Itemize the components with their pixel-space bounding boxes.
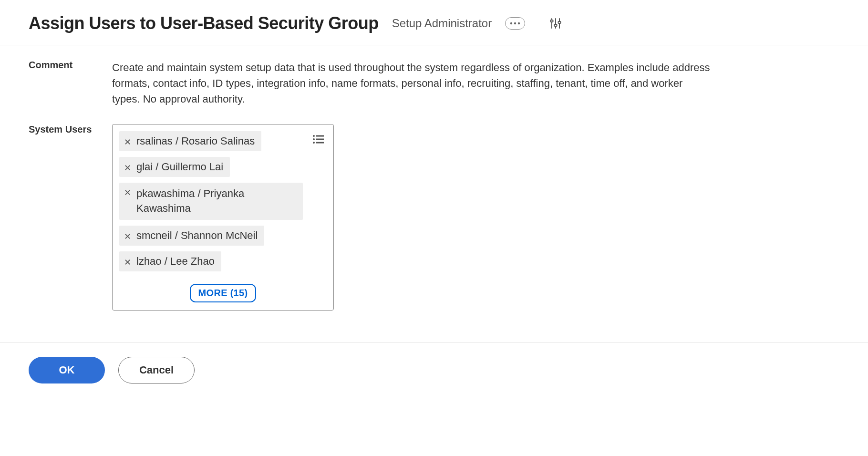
related-actions-button[interactable]: [505, 17, 525, 30]
form-body: Comment Create and maintain system setup…: [0, 45, 868, 342]
page-header: Assign Users to User-Based Security Grou…: [0, 0, 868, 45]
user-chip: ✕ glai / Guillermo Lai: [119, 157, 230, 177]
sliders-icon: [549, 17, 562, 30]
footer-actions: OK Cancel: [0, 342, 868, 398]
svg-rect-10: [316, 135, 324, 137]
comment-text: Create and maintain system setup data th…: [112, 60, 713, 107]
system-users-label: System Users: [29, 124, 112, 135]
remove-user-icon[interactable]: ✕: [124, 232, 132, 241]
remove-user-icon[interactable]: ✕: [124, 164, 132, 172]
comment-row: Comment Create and maintain system setup…: [29, 60, 839, 107]
user-chip-label: rsalinas / Rosario Salinas: [136, 135, 255, 147]
page-title: Assign Users to User-Based Security Grou…: [29, 13, 379, 33]
ok-button[interactable]: OK: [29, 357, 105, 383]
svg-rect-14: [316, 142, 324, 144]
svg-rect-6: [551, 20, 553, 22]
system-users-row: System Users ✕ rsalinas / R: [29, 124, 839, 311]
svg-point-11: [313, 138, 315, 140]
svg-point-9: [313, 135, 315, 137]
system-users-input[interactable]: ✕ rsalinas / Rosario Salinas ✕ glai / Gu…: [112, 124, 334, 311]
user-chips: ✕ rsalinas / Rosario Salinas ✕ glai / Gu…: [119, 131, 327, 302]
remove-user-icon[interactable]: ✕: [124, 138, 132, 146]
svg-point-0: [510, 22, 512, 24]
user-chip: ✕ lzhao / Lee Zhao: [119, 251, 221, 271]
user-chip: ✕ smcneil / Shannon McNeil: [119, 226, 264, 246]
list-icon: [312, 134, 325, 145]
ellipsis-icon: [510, 22, 520, 25]
svg-point-13: [313, 142, 315, 144]
comment-label: Comment: [29, 60, 112, 71]
svg-rect-12: [316, 139, 324, 140]
remove-user-icon[interactable]: ✕: [124, 258, 132, 267]
svg-rect-7: [555, 24, 557, 26]
user-chip: ✕ pkawashima / Priyanka Kawashima: [119, 183, 303, 220]
svg-rect-8: [558, 21, 561, 23]
remove-user-icon[interactable]: ✕: [124, 188, 132, 197]
page-subtitle: Setup Administrator: [392, 17, 492, 30]
svg-point-2: [518, 22, 520, 24]
more-users-button[interactable]: MORE (15): [190, 284, 257, 302]
svg-point-1: [514, 22, 516, 24]
user-chip-label: smcneil / Shannon McNeil: [136, 229, 258, 242]
user-chip-label: glai / Guillermo Lai: [136, 161, 223, 173]
user-chip-label: pkawashima / Priyanka Kawashima: [136, 187, 296, 216]
prompt-list-button[interactable]: [311, 132, 326, 146]
user-chip: ✕ rsalinas / Rosario Salinas: [119, 131, 261, 151]
cancel-button[interactable]: Cancel: [118, 357, 195, 383]
settings-button[interactable]: [548, 16, 563, 31]
user-chip-label: lzhao / Lee Zhao: [136, 255, 215, 268]
